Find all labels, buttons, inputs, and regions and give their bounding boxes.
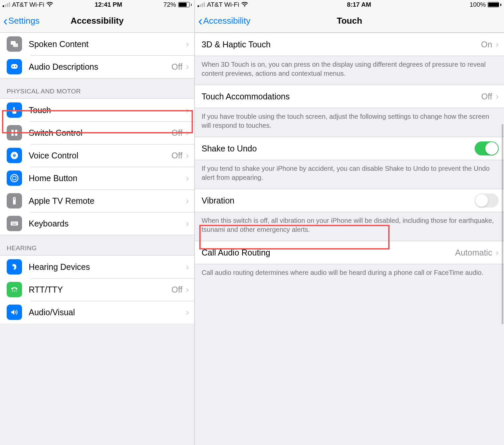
svg-point-4 (15, 66, 16, 67)
row-rtt-tty[interactable]: RTT/TTY Off › (0, 278, 194, 301)
keyboard-icon (7, 216, 22, 231)
row-call-audio-routing[interactable]: Call Audio Routing Automatic › (195, 241, 504, 264)
screen-accessibility: AT&T Wi-Fi 12:41 PM 72% ‹ Settings Acces… (0, 0, 195, 445)
chevron-right-icon: › (186, 127, 189, 138)
chevron-right-icon: › (186, 173, 189, 183)
battery-percent: 72% (163, 1, 176, 8)
group-hearing: Hearing Devices › RTT/TTY Off › Audio/Vi… (0, 255, 194, 324)
row-label: Keyboards (29, 219, 186, 229)
battery-icon (488, 2, 501, 7)
row-hearing-devices[interactable]: Hearing Devices › (0, 256, 194, 278)
svg-rect-14 (13, 176, 16, 180)
row-switch-control[interactable]: Switch Control Off › (0, 121, 194, 144)
row-label: Switch Control (29, 128, 172, 138)
footer-shake-undo: If you tend to shake your iPhone by acci… (195, 160, 504, 189)
toggle-vibration[interactable] (475, 193, 499, 207)
chevron-right-icon: › (496, 91, 499, 102)
row-label: Hearing Devices (29, 262, 186, 272)
row-value: Automatic (455, 248, 492, 258)
row-spoken-content[interactable]: Spoken Content › (0, 33, 194, 55)
battery-icon (178, 2, 192, 7)
chevron-left-icon: ‹ (198, 15, 203, 27)
footer-3d-touch: When 3D Touch is on, you can press on th… (195, 56, 504, 85)
svg-rect-19 (13, 222, 14, 223)
group-call-audio: Call Audio Routing Automatic › (195, 241, 504, 264)
row-touch-accommodations[interactable]: Touch Accommodations Off › (195, 85, 504, 108)
svg-rect-5 (11, 130, 14, 132)
svg-rect-18 (12, 222, 12, 223)
svg-rect-11 (14, 154, 15, 157)
footer-call-audio: Call audio routing determines where audi… (195, 264, 504, 284)
chevron-right-icon: › (186, 218, 189, 229)
row-label: Voice Control (29, 151, 172, 160)
svg-rect-12 (15, 154, 16, 156)
svg-rect-25 (16, 291, 17, 292)
svg-rect-23 (12, 291, 13, 292)
row-label: Touch Accommodations (202, 92, 481, 101)
row-value: Off (172, 285, 183, 295)
chevron-right-icon: › (186, 39, 189, 49)
row-3d-haptic-touch[interactable]: 3D & Haptic Touch On › (195, 33, 504, 56)
chevron-right-icon: › (186, 61, 189, 72)
svg-rect-6 (15, 130, 17, 132)
row-shake-to-undo[interactable]: Shake to Undo (195, 137, 504, 160)
section-header-hearing: HEARING (0, 235, 194, 255)
status-bar: AT&T Wi-Fi 12:41 PM 72% (0, 0, 194, 9)
chevron-left-icon: ‹ (3, 15, 8, 27)
group-physical: Touch › Switch Control Off › Voice Contr… (0, 98, 194, 235)
svg-rect-7 (11, 133, 14, 136)
speaker-icon (7, 305, 22, 320)
svg-rect-21 (16, 222, 16, 223)
scrollbar[interactable] (502, 124, 503, 324)
row-vibration[interactable]: Vibration (195, 189, 504, 212)
clock: 8:17 AM (347, 1, 371, 8)
status-bar: AT&T Wi-Fi 8:17 AM 100% (195, 0, 504, 9)
chevron-right-icon: › (186, 307, 189, 318)
row-touch[interactable]: Touch › (0, 99, 194, 121)
nav-bar: ‹ Settings Accessibility (0, 9, 194, 33)
row-voice-control[interactable]: Voice Control Off › (0, 144, 194, 167)
row-label: Apple TV Remote (29, 196, 186, 206)
group-3d-touch: 3D & Haptic Touch On › (195, 33, 504, 56)
row-label: 3D & Haptic Touch (202, 40, 481, 49)
toggle-shake-to-undo[interactable] (475, 141, 499, 155)
battery-percent: 100% (470, 1, 486, 8)
back-button[interactable]: ‹ Settings (0, 15, 40, 27)
speech-bubbles-icon (7, 36, 22, 52)
hand-tap-icon (7, 102, 22, 118)
wifi-icon (241, 2, 248, 7)
chevron-right-icon: › (186, 105, 189, 115)
svg-rect-1 (13, 43, 18, 47)
row-label: Touch (29, 105, 186, 115)
row-label: Audio Descriptions (29, 62, 172, 72)
row-label: Shake to Undo (202, 144, 475, 153)
back-label: Accessibility (203, 16, 251, 26)
row-audio-visual[interactable]: Audio/Visual › (0, 301, 194, 324)
svg-rect-22 (12, 224, 16, 225)
row-label: Call Audio Routing (202, 248, 455, 258)
row-keyboards[interactable]: Keyboards › (0, 212, 194, 235)
row-value: On (481, 40, 492, 49)
svg-point-16 (14, 198, 15, 199)
back-button[interactable]: ‹ Accessibility (195, 15, 250, 27)
svg-rect-17 (11, 221, 18, 226)
row-label: Vibration (202, 196, 475, 205)
row-apple-tv-remote[interactable]: Apple TV Remote › (0, 189, 194, 212)
cell-signal-icon (198, 2, 205, 7)
home-button-icon (7, 170, 22, 186)
group-vibration: Vibration (195, 189, 504, 212)
cell-signal-icon (3, 2, 10, 7)
row-label: RTT/TTY (29, 285, 172, 295)
chevron-right-icon: › (186, 195, 189, 206)
voice-bubble-icon (7, 148, 22, 163)
remote-icon (7, 193, 22, 208)
footer-touch-accommodations: If you have trouble using the touch scre… (195, 108, 504, 137)
row-home-button[interactable]: Home Button › (0, 167, 194, 189)
footer-vibration: When this switch is off, all vibration o… (195, 212, 504, 241)
row-audio-descriptions[interactable]: Audio Descriptions Off › (0, 55, 194, 78)
switch-grid-icon (7, 125, 22, 140)
row-label: Home Button (29, 173, 186, 183)
chevron-right-icon: › (496, 39, 499, 50)
row-value: Off (481, 92, 492, 101)
chevron-right-icon: › (186, 150, 189, 161)
